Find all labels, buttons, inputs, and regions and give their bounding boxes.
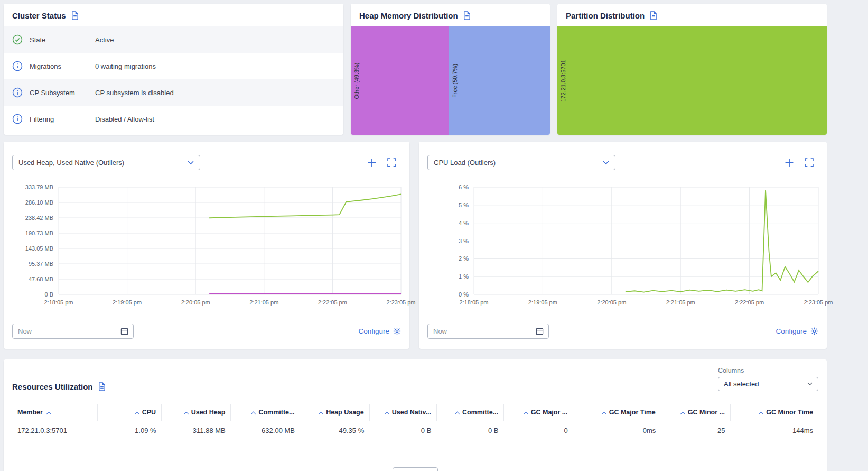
column-header-member[interactable]: Member: [12, 404, 97, 421]
partition-distribution-title: Partition Distribution: [566, 11, 645, 20]
time-range-input-wrap: [427, 324, 549, 339]
document-icon[interactable]: [649, 11, 657, 20]
document-icon[interactable]: [98, 382, 106, 391]
heap-memory-distribution-card: Heap Memory Distribution Other (49.3%)Fr…: [351, 4, 550, 135]
column-header-gc-minor-time[interactable]: GC Minor Time: [730, 404, 818, 421]
add-chart-icon[interactable]: [367, 158, 377, 168]
cell-cpu: 1.09 %: [97, 421, 161, 440]
status-value: CP subsystem is disabled: [95, 89, 174, 97]
configure-label: Configure: [776, 327, 807, 335]
chart-plot-area[interactable]: [59, 187, 401, 294]
chart-plot-area[interactable]: [474, 187, 818, 294]
info-circle-icon: [12, 87, 23, 98]
used-heap-line-chart: 333.79 MB286.10 MB238.42 MB190.73 MB143.…: [12, 187, 401, 309]
sort-icon: [384, 412, 389, 417]
fullscreen-icon[interactable]: [387, 158, 397, 168]
y-axis-tick: 286.10 MB: [25, 199, 53, 206]
cluster-status-card: Cluster Status State Active Migrations 0: [4, 4, 343, 135]
cpu-load-line-chart: 6 %5 %4 %3 %2 %1 %0 % 2:18:05 pm2:19:05 …: [427, 187, 818, 309]
y-axis-tick: 143.05 MB: [25, 245, 53, 252]
fullscreen-icon[interactable]: [805, 158, 814, 168]
column-header-heap-usage[interactable]: Heap Usage: [300, 404, 369, 421]
columns-select[interactable]: All selected: [718, 377, 818, 391]
sort-asc-icon: [46, 412, 51, 417]
y-axis-tick: 4 %: [459, 220, 469, 226]
column-header-gc-minor[interactable]: GC Minor ...: [661, 404, 730, 421]
configure-link[interactable]: Configure: [358, 327, 401, 335]
cluster-status-title: Cluster Status: [12, 11, 66, 20]
add-chart-icon[interactable]: [785, 158, 794, 168]
dashboard-page: Cluster Status State Active Migrations 0: [0, 0, 827, 471]
column-header-gc-major-time[interactable]: GC Major Time: [573, 404, 661, 421]
columns-label: Columns: [718, 367, 818, 374]
status-row-state: State Active: [4, 26, 343, 53]
column-header-used-heap[interactable]: Used Heap: [162, 404, 231, 421]
metric-select[interactable]: CPU Load (Outliers): [427, 155, 615, 170]
cluster-status-rows: State Active Migrations 0 waiting migrat…: [4, 26, 343, 132]
status-label: Migrations: [30, 62, 95, 70]
y-axis-tick: 1 %: [459, 273, 469, 280]
cell-used-heap: 311.88 MB: [162, 421, 231, 440]
metric-select-value: Used Heap, Used Native (Outliers): [18, 159, 124, 167]
column-header-cpu[interactable]: CPU: [97, 404, 161, 421]
configure-link[interactable]: Configure: [776, 327, 818, 335]
time-range-input[interactable]: [428, 327, 536, 335]
info-circle-icon: [12, 61, 23, 71]
status-row-migrations: Migrations 0 waiting migrations: [4, 53, 343, 79]
document-icon[interactable]: [71, 11, 79, 20]
series-line-used-heap: [209, 194, 401, 218]
distribution-segment[interactable]: Other (49.3%): [351, 26, 449, 135]
x-axis-tick: 2:20:05 pm: [181, 299, 210, 306]
line-chart-svg: [59, 187, 401, 294]
x-axis-tick: 2:22:05 pm: [735, 299, 764, 306]
calendar-icon[interactable]: [536, 327, 544, 335]
y-axis-tick: 238.42 MB: [25, 215, 53, 221]
distribution-segment-label: Other (49.3%): [353, 62, 360, 99]
y-axis-labels: 333.79 MB286.10 MB238.42 MB190.73 MB143.…: [12, 187, 59, 294]
y-axis-tick: 3 %: [459, 238, 469, 244]
sort-icon: [601, 412, 606, 417]
columns-select-value: All selected: [724, 380, 807, 388]
distribution-segment-label: 172.21.0.3:5701: [560, 60, 566, 102]
sort-icon: [523, 412, 528, 417]
cell-committed-native: 0 B: [436, 421, 503, 440]
column-header-committed-native[interactable]: Committe...: [436, 404, 503, 421]
status-value: Active: [95, 36, 114, 44]
calendar-icon[interactable]: [120, 327, 128, 335]
time-range-input-wrap: [12, 324, 134, 339]
partition-distribution-card: Partition Distribution 172.21.0.3:5701: [557, 4, 827, 135]
resources-title: Resources Utilization: [12, 382, 93, 391]
document-icon[interactable]: [463, 11, 471, 20]
x-axis-tick: 2:23:05 pm: [386, 299, 415, 306]
x-axis-tick: 2:19:05 pm: [113, 299, 142, 306]
distribution-segment-label: Free (50.7%): [452, 63, 458, 97]
sort-icon: [183, 412, 189, 417]
y-axis-tick: 0 %: [459, 291, 469, 298]
x-axis-tick: 2:21:05 pm: [249, 299, 278, 306]
x-axis-labels: 2:18:05 pm2:19:05 pm2:20:05 pm2:21:05 pm…: [474, 299, 818, 309]
x-axis-tick: 2:22:05 pm: [318, 299, 347, 306]
column-header-used-native[interactable]: Used Nativ...: [369, 404, 436, 421]
gear-icon: [810, 327, 818, 335]
status-label: CP Subsystem: [30, 89, 95, 97]
chevron-down-icon: [807, 382, 813, 386]
member-row[interactable]: 172.21.0.3:5701 1.09 % 311.88 MB 632.00 …: [12, 421, 818, 440]
y-axis-tick: 95.37 MB: [29, 261, 53, 267]
column-header-gc-major[interactable]: GC Major ...: [504, 404, 573, 421]
cpu-chart-card: CPU Load (Outliers) 6 %5 %4 %3 %2 %: [419, 142, 827, 349]
time-range-input[interactable]: [13, 327, 120, 335]
configure-label: Configure: [358, 327, 389, 335]
status-label: Filtering: [30, 115, 95, 123]
column-header-committed-heap[interactable]: Committe...: [231, 404, 300, 421]
heap-distribution-bar: Other (49.3%)Free (50.7%): [351, 26, 550, 135]
distribution-segment[interactable]: Free (50.7%): [449, 26, 550, 135]
x-axis-tick: 2:20:05 pm: [597, 299, 626, 306]
metric-select[interactable]: Used Heap, Used Native (Outliers): [12, 155, 200, 170]
rows-per-page-select[interactable]: [393, 467, 438, 471]
sort-icon: [454, 412, 460, 417]
distribution-segment[interactable]: 172.21.0.3:5701: [557, 26, 827, 135]
sort-icon: [251, 412, 256, 417]
cell-member: 172.21.0.3:5701: [12, 421, 97, 440]
x-axis-tick: 2:19:05 pm: [528, 299, 557, 306]
check-circle-icon: [12, 34, 23, 45]
